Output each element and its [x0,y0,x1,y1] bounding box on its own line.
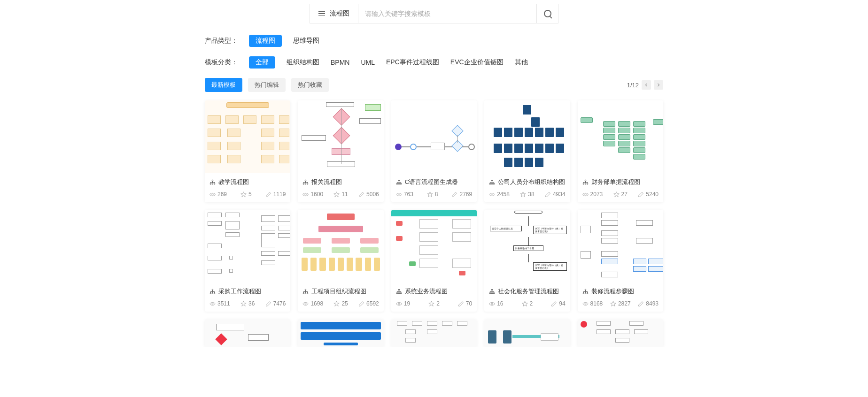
category-epc[interactable]: EPC事件过程线图 [386,58,439,67]
page-prev-button[interactable] [642,80,651,90]
views-count: 19 [404,300,410,307]
uses-count: 8493 [646,300,659,307]
template-thumbnail [578,319,663,347]
template-card[interactable]: 公司人员分布组织结构图 2458 38 4934 [484,100,570,202]
views-icon [302,301,309,307]
svg-point-33 [307,292,308,293]
diagram-type-icon [302,289,309,295]
favs-count: 2 [530,300,533,307]
template-card[interactable] [298,319,383,347]
sort-newest[interactable]: 最新模板 [205,78,242,92]
svg-point-34 [305,303,306,304]
svg-point-26 [210,292,211,293]
views-count: 1698 [310,300,323,307]
template-card[interactable]: 系统业务流程图 19 2 70 [391,210,477,312]
search-category-dropdown[interactable]: 流程图 [310,4,358,23]
uses-count: 5240 [646,191,659,198]
svg-point-49 [584,303,586,304]
search-icon [544,10,551,17]
template-thumbnail [391,100,477,173]
svg-point-48 [587,292,588,293]
uses-count: 7476 [273,300,286,307]
favs-count: 2827 [618,300,631,307]
uses-count: 2769 [459,191,472,198]
svg-point-13 [400,183,401,184]
svg-point-27 [212,292,213,293]
diagram-type-icon [209,179,216,185]
edit-icon [638,191,644,198]
svg-point-23 [587,183,588,184]
diagram-type-icon [489,289,495,295]
template-card[interactable]: 报关流程图 1600 11 5006 [298,100,383,202]
template-card[interactable] [205,319,290,347]
category-evc[interactable]: EVC企业价值链图 [450,58,504,67]
svg-point-38 [400,292,401,293]
sort-popular-edit[interactable]: 热门编辑 [248,78,286,92]
template-card[interactable] [391,319,477,347]
template-stats: 19 2 70 [391,298,477,312]
product-type-label: 产品类型： [205,37,238,45]
edit-icon [451,191,457,198]
template-card[interactable] [578,319,663,347]
svg-point-41 [489,292,490,293]
template-card[interactable]: 财务部单据流程图 2073 27 5240 [578,100,663,202]
template-card[interactable]: C语言流程图生成器 763 8 2769 [391,100,477,202]
svg-point-46 [583,292,584,293]
views-count: 2073 [590,191,603,198]
template-stats: 16 2 94 [484,298,570,312]
category-uml[interactable]: UML [361,59,375,66]
views-icon [396,191,402,198]
sort-popular-fav[interactable]: 热门收藏 [291,78,329,92]
template-title: 公司人员分布组织结构图 [498,178,565,186]
svg-point-7 [305,183,306,184]
svg-point-32 [305,292,306,293]
svg-point-12 [398,183,399,184]
views-icon [582,191,589,198]
template-title: 社会化服务管理流程图 [498,287,559,296]
svg-point-40 [491,289,492,290]
search-category-label: 流程图 [330,9,349,18]
template-thumbnail: 提交个人数据确认表 填写《申请办理补（换）社保卡登记表》 财务科缴纳工本费 填写… [484,210,570,282]
views-icon [302,191,309,198]
template-thumbnail [298,100,383,173]
template-card[interactable] [484,319,570,347]
favs-count: 38 [528,191,534,198]
template-thumbnail [205,319,290,347]
svg-point-29 [212,303,213,304]
category-all[interactable]: 全部 [249,56,275,69]
uses-count: 70 [466,300,472,307]
favs-count: 2 [436,300,440,307]
template-card[interactable]: 采购工作流程图 3511 36 7476 [205,210,290,312]
product-type-mindmap[interactable]: 思维导图 [293,37,319,45]
search-input[interactable] [358,4,536,23]
template-title: 教学流程图 [218,178,249,186]
product-type-flowchart[interactable]: 流程图 [249,35,282,47]
page-next-button[interactable] [654,80,663,90]
svg-point-17 [491,183,492,184]
template-card[interactable]: 工程项目组织流程图 1698 25 6592 [298,210,383,312]
svg-point-20 [585,180,586,181]
views-count: 8168 [590,300,603,307]
template-title: 报关流程图 [311,178,342,186]
svg-point-45 [585,289,586,290]
uses-count: 94 [559,300,565,307]
menu-icon [318,11,325,16]
svg-point-9 [305,193,306,195]
template-stats: 763 8 2769 [391,189,477,202]
views-count: 3511 [217,300,230,307]
diagram-type-icon [302,179,309,185]
svg-point-10 [398,180,399,181]
template-title: 采购工作流程图 [218,287,261,296]
category-other[interactable]: 其他 [515,58,528,67]
category-orgchart[interactable]: 组织结构图 [287,58,319,67]
template-stats: 2073 27 5240 [578,189,663,202]
template-card[interactable]: 教学流程图 269 5 1119 [205,100,290,202]
svg-point-42 [491,292,492,293]
views-count: 269 [217,191,227,198]
template-card[interactable]: 装修流程步骤图 8168 2827 8493 [578,210,663,312]
template-title: 工程项目组织流程图 [311,287,366,296]
search-button[interactable] [537,4,558,23]
template-stats: 1698 25 6592 [298,298,383,312]
template-card[interactable]: 提交个人数据确认表 填写《申请办理补（换）社保卡登记表》 财务科缴纳工本费 填写… [484,210,570,312]
category-bpmn[interactable]: BPMN [331,59,349,66]
